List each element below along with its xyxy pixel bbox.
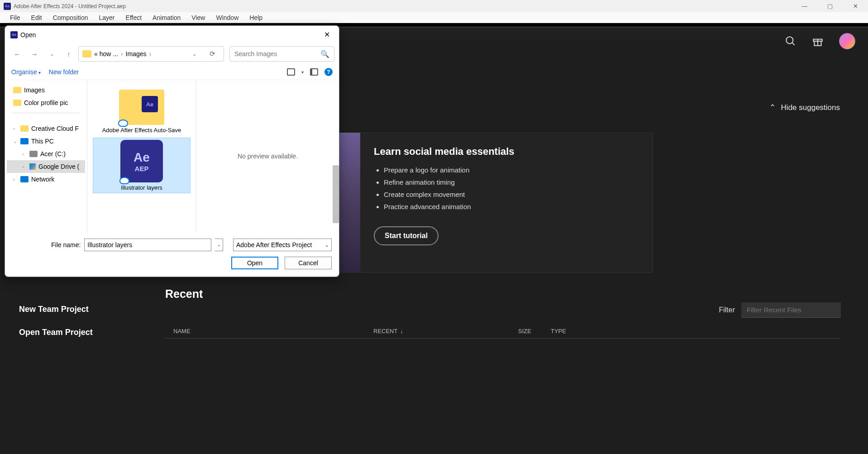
filter-recent-input[interactable] xyxy=(741,302,841,318)
window-title-bar: Ae Adobe After Effects 2024 - Untitled P… xyxy=(0,0,868,12)
filter-label: Filter xyxy=(719,306,735,314)
tree-item-color-profile[interactable]: Color profile pic xyxy=(7,96,85,109)
file-name-label: File name: xyxy=(51,241,81,249)
chevron-right-icon: › xyxy=(13,177,18,182)
learn-bullet: Create complex movement xyxy=(384,188,639,201)
file-name-dropdown[interactable]: ⌄ xyxy=(215,239,223,251)
learn-bullet: Refine animation timing xyxy=(384,176,639,188)
menu-composition[interactable]: Composition xyxy=(48,13,94,22)
chevron-right-icon: › xyxy=(22,151,27,157)
column-size[interactable]: SIZE xyxy=(518,328,551,335)
folder-icon xyxy=(119,90,164,125)
svg-point-0 xyxy=(786,37,793,43)
hide-suggestions-label: Hide suggestions xyxy=(781,103,840,112)
file-label: Illustrator layers xyxy=(95,184,188,191)
search-icon[interactable] xyxy=(785,35,796,47)
menu-effect[interactable]: Effect xyxy=(120,13,148,22)
preview-pane: No preview available. xyxy=(196,80,339,232)
column-name[interactable]: NAME xyxy=(165,328,373,335)
tree-item-creative-cloud[interactable]: ›Creative Cloud F xyxy=(7,122,85,135)
preview-message: No preview available. xyxy=(238,153,298,160)
nav-recent-dropdown[interactable]: ⌄ xyxy=(44,47,59,61)
recent-table-header: NAME RECENT↓ SIZE TYPE xyxy=(165,328,841,339)
breadcrumb-trunc[interactable]: « how ... xyxy=(94,50,118,57)
column-recent[interactable]: RECENT↓ xyxy=(373,328,518,335)
open-button[interactable]: Open xyxy=(231,257,278,269)
chevron-down-icon: ⌄ xyxy=(13,139,18,144)
menu-edit[interactable]: Edit xyxy=(26,13,48,22)
file-item-folder[interactable]: Adobe After Effects Auto-Save xyxy=(93,87,191,136)
open-team-project-link[interactable]: Open Team Project xyxy=(19,328,93,337)
menu-view[interactable]: View xyxy=(186,13,210,22)
menu-layer[interactable]: Layer xyxy=(94,13,120,22)
tree-item-this-pc[interactable]: ⌄This PC xyxy=(7,135,85,148)
open-file-dialog: Ae Open ✕ ← → ⌄ ↑ « how ... › Images › ⌄… xyxy=(5,25,339,277)
breadcrumb-dropdown[interactable]: ⌄ xyxy=(186,47,202,61)
help-icon[interactable]: ? xyxy=(324,68,333,76)
aep-file-icon: AeAEP xyxy=(120,140,163,182)
app-logo-icon: Ae xyxy=(4,3,11,10)
window-title: Adobe After Effects 2024 - Untitled Proj… xyxy=(14,3,126,10)
search-input[interactable] xyxy=(234,50,320,57)
column-type[interactable]: TYPE xyxy=(551,328,841,335)
file-type-filter[interactable]: Adobe After Effects Project⌄ xyxy=(233,239,332,251)
refresh-button[interactable]: ⟳ xyxy=(205,47,220,61)
tree-item-google-drive[interactable]: ›Google Drive ( xyxy=(7,160,85,173)
file-name-input[interactable] xyxy=(84,239,211,251)
new-folder-button[interactable]: New folder xyxy=(49,68,79,76)
nav-forward-button[interactable]: → xyxy=(27,47,42,61)
view-dropdown-icon[interactable]: ▾ xyxy=(301,70,304,75)
minimize-button[interactable]: — xyxy=(796,3,813,10)
user-avatar[interactable] xyxy=(839,33,855,49)
menu-bar: File Edit Composition Layer Effect Anima… xyxy=(0,12,868,23)
start-tutorial-button[interactable]: Start tutorial xyxy=(374,226,439,245)
preview-pane-button[interactable] xyxy=(310,68,318,76)
maximize-button[interactable]: ▢ xyxy=(822,3,838,10)
file-label: Adobe After Effects Auto-Save xyxy=(95,127,188,134)
dialog-title: Open xyxy=(20,31,36,38)
learn-thumbnail xyxy=(339,133,360,273)
menu-animation[interactable]: Animation xyxy=(147,13,186,22)
pc-icon xyxy=(20,138,29,144)
tree-item-images[interactable]: Images xyxy=(7,84,85,96)
folder-icon xyxy=(20,125,29,132)
folder-icon xyxy=(82,50,91,57)
search-box[interactable]: 🔍 xyxy=(229,46,334,62)
learn-title: Learn social media essentials xyxy=(374,146,639,158)
learn-suggestion-card: Learn social media essentials Prepare a … xyxy=(339,133,653,273)
tree-item-network[interactable]: ›Network xyxy=(7,173,85,186)
folder-icon xyxy=(13,87,21,93)
svg-line-1 xyxy=(792,43,794,45)
chevron-up-icon: ⌃ xyxy=(769,103,776,112)
nav-up-button[interactable]: ↑ xyxy=(61,47,76,61)
file-list: Adobe After Effects Auto-Save AeAEP Illu… xyxy=(87,80,196,232)
folder-tree: Images Color profile pic ›Creative Cloud… xyxy=(5,80,87,232)
disk-icon xyxy=(29,151,38,157)
tree-scrollbar[interactable] xyxy=(333,165,339,223)
dialog-app-icon: Ae xyxy=(10,31,18,38)
chevron-right-icon: › xyxy=(22,164,27,169)
menu-file[interactable]: File xyxy=(5,13,26,22)
new-team-project-link[interactable]: New Team Project xyxy=(19,305,93,314)
file-item-aep[interactable]: AeAEP Illustrator layers xyxy=(93,138,191,193)
search-icon[interactable]: 🔍 xyxy=(320,50,329,58)
view-mode-button[interactable] xyxy=(287,68,295,76)
cancel-button[interactable]: Cancel xyxy=(285,257,332,269)
close-window-button[interactable]: ✕ xyxy=(847,3,863,10)
dialog-close-button[interactable]: ✕ xyxy=(320,29,334,41)
cloud-sync-icon xyxy=(119,177,129,184)
menu-help[interactable]: Help xyxy=(244,13,268,22)
recent-heading: Recent xyxy=(165,287,841,301)
chevron-right-icon: › xyxy=(13,126,18,131)
tree-item-acer[interactable]: ›Acer (C:) xyxy=(7,148,85,160)
breadcrumb-bar[interactable]: « how ... › Images › ⌄ ⟳ xyxy=(78,46,224,62)
sort-down-icon: ↓ xyxy=(400,328,403,335)
nav-back-button[interactable]: ← xyxy=(10,47,25,61)
breadcrumb-leaf[interactable]: Images xyxy=(126,50,147,57)
google-drive-icon xyxy=(29,163,36,170)
menu-window[interactable]: Window xyxy=(210,13,244,22)
gift-icon[interactable] xyxy=(812,35,824,47)
chevron-right-icon: › xyxy=(121,50,123,57)
hide-suggestions-toggle[interactable]: ⌃ Hide suggestions xyxy=(769,103,840,112)
organise-menu[interactable]: Organise xyxy=(11,68,41,76)
